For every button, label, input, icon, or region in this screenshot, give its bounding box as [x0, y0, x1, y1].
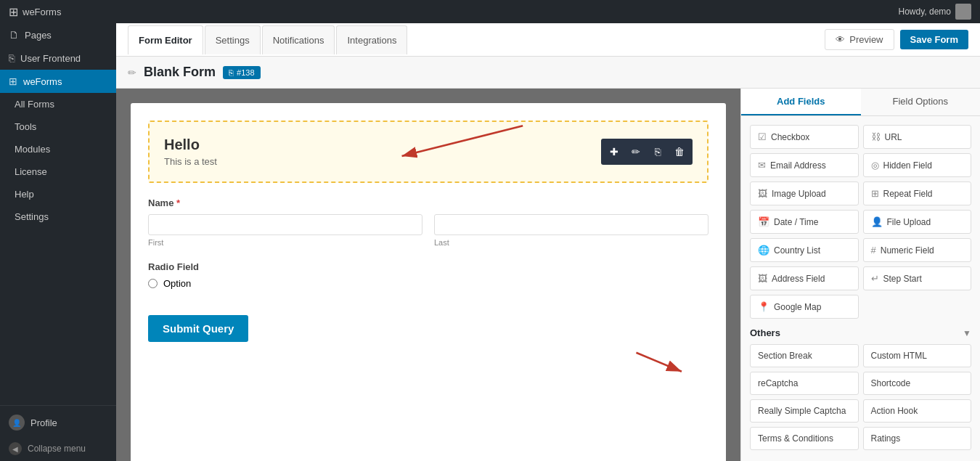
edit-pencil-icon: ✏	[128, 67, 136, 78]
field-btn-google-map[interactable]: 📍 Google Map	[750, 295, 859, 319]
field-btn-step-start[interactable]: ↵ Step Start	[863, 266, 972, 290]
sidebar-item-help[interactable]: Help	[9, 183, 107, 205]
field-btn-section-break[interactable]: Section Break	[750, 344, 859, 367]
others-section-header: Others ▼	[750, 327, 971, 338]
field-btn-checkbox[interactable]: ☑ Checkbox	[750, 125, 859, 149]
field-btn-address[interactable]: 🖼 Address Field	[750, 266, 859, 290]
right-panel: Add Fields Field Options ☑ Checkbox ⛓	[740, 89, 980, 461]
sidebar-item-weforms[interactable]: ⊞ weForms	[0, 70, 116, 93]
tab-settings[interactable]: Settings	[205, 25, 261, 54]
radio-option-label: Option	[163, 278, 191, 289]
first-name-wrap: First	[148, 214, 422, 247]
collapse-label: Collapse menu	[28, 444, 86, 454]
panel-fields-content: ☑ Checkbox ⛓ URL ✉ Email Address ◎	[741, 116, 980, 461]
save-form-button[interactable]: Save Form	[900, 30, 968, 49]
field-btn-action-hook[interactable]: Action Hook	[863, 399, 972, 423]
sidebar-item-settings[interactable]: Settings	[9, 205, 107, 228]
main-area: Form Editor Settings Notifications Integ…	[116, 23, 980, 461]
weforms-icon: ⊞	[9, 76, 17, 87]
map-icon: 📍	[758, 301, 769, 312]
section-delete-button[interactable]: 🗑	[669, 142, 690, 162]
last-name-wrap: Last	[434, 214, 709, 247]
topbar: Form Editor Settings Notifications Integ…	[116, 23, 980, 57]
preview-button[interactable]: 👁 Preview	[825, 29, 894, 50]
wp-icon: ⊞	[9, 5, 18, 19]
field-btn-recaptcha[interactable]: reCaptcha	[750, 372, 859, 395]
user-avatar	[955, 4, 971, 20]
field-btn-email[interactable]: ✉ Email Address	[750, 153, 859, 177]
field-btn-file-upload[interactable]: 👤 File Upload	[863, 210, 972, 234]
sidebar-item-modules[interactable]: Modules	[9, 138, 107, 160]
sidebar-item-pages[interactable]: 🗋 Pages	[0, 23, 116, 46]
country-icon: 🌐	[758, 245, 769, 256]
name-field-label: Name *	[148, 197, 709, 208]
field-btn-custom-html[interactable]: Custom HTML	[863, 344, 972, 367]
email-icon: ✉	[758, 160, 766, 171]
profile-label: Profile	[30, 417, 57, 428]
profile-icon: 👤	[9, 415, 25, 431]
checkbox-icon: ☑	[758, 131, 767, 142]
settings-label: Settings	[15, 211, 49, 222]
name-field-group: Name * First Last	[148, 197, 709, 247]
copy-icon: ⎘	[229, 68, 234, 77]
svg-line-3	[636, 353, 682, 372]
tab-form-editor[interactable]: Form Editor	[128, 25, 203, 54]
field-btn-country[interactable]: 🌐 Country List	[750, 238, 859, 262]
radio-field-group: Radio Field Option	[148, 261, 709, 289]
collapse-arrow-icon: ◀	[9, 442, 22, 455]
page-title: Blank Form	[144, 65, 216, 80]
field-btn-hidden[interactable]: ◎ Hidden Field	[863, 153, 972, 177]
sidebar-item-allforms[interactable]: All Forms	[9, 93, 107, 115]
section-controls: ✚ ✏ ⎘ 🗑	[601, 139, 693, 165]
datetime-icon: 📅	[758, 216, 769, 227]
field-btn-image-upload[interactable]: 🖼 Image Upload	[750, 181, 859, 205]
tools-label: Tools	[15, 121, 36, 132]
sidebar-item-license[interactable]: License	[9, 160, 107, 183]
field-btn-repeat-field[interactable]: ⊞ Repeat Field	[863, 181, 972, 205]
first-name-label: First	[148, 238, 422, 247]
others-fields-grid: Section Break Custom HTML reCaptcha Shor…	[750, 344, 971, 450]
hidden-icon: ◎	[871, 160, 879, 171]
radio-option-input[interactable]	[148, 279, 158, 288]
file-upload-icon: 👤	[871, 216, 883, 227]
step-icon: ↵	[871, 273, 879, 284]
admin-brand: ⊞ weForms	[9, 5, 61, 19]
userfrontend-icon: ⎘	[9, 52, 15, 64]
sidebar-collapse[interactable]: ◀ Collapse menu	[0, 436, 116, 461]
panel-tab-add-fields[interactable]: Add Fields	[741, 89, 861, 115]
tab-notifications[interactable]: Notifications	[262, 25, 335, 54]
field-btn-ratings[interactable]: Ratings	[863, 427, 972, 450]
radio-option-row: Option	[148, 278, 709, 289]
submit-button[interactable]: Submit Query	[148, 315, 248, 342]
sidebar-item-tools[interactable]: Tools	[9, 115, 107, 138]
section-move-button[interactable]: ✚	[604, 142, 624, 162]
modules-label: Modules	[15, 144, 50, 155]
field-btn-terms-conditions[interactable]: Terms & Conditions	[750, 427, 859, 450]
panel-tab-field-options[interactable]: Field Options	[861, 89, 981, 115]
sidebar-item-userfrontend[interactable]: ⎘ User Frontend	[0, 46, 116, 70]
user-greeting: Howdy, demo	[899, 7, 951, 17]
others-chevron-icon[interactable]: ▼	[963, 328, 971, 338]
admin-bar: ⊞ weForms Howdy, demo	[0, 0, 980, 23]
field-btn-datetime[interactable]: 📅 Date / Time	[750, 210, 859, 234]
field-btn-numeric[interactable]: # Numeric Field	[863, 238, 972, 262]
section-edit-button[interactable]: ✏	[626, 142, 646, 162]
sidebar-pages-label: Pages	[25, 30, 52, 41]
last-name-label: Last	[434, 238, 709, 247]
field-btn-shortcode[interactable]: Shortcode	[863, 372, 972, 395]
tab-integrations[interactable]: Integrations	[336, 25, 407, 54]
field-btn-url[interactable]: ⛓ URL	[863, 125, 972, 149]
url-icon: ⛓	[871, 131, 881, 142]
form-canvas: Hello This is a test ✚ ✏ ⎘ 🗑 Name	[116, 89, 740, 461]
admin-user: Howdy, demo	[899, 4, 971, 20]
image-icon: 🖼	[758, 188, 767, 199]
last-name-input[interactable]	[434, 214, 709, 235]
panel-tabs: Add Fields Field Options	[741, 89, 980, 116]
topbar-actions: 👁 Preview Save Form	[825, 29, 968, 50]
brand-name: weForms	[23, 7, 61, 17]
field-btn-simple-captcha[interactable]: Really Simple Captcha	[750, 399, 859, 423]
sidebar-profile[interactable]: 👤 Profile	[0, 409, 116, 436]
numeric-icon: #	[871, 245, 876, 256]
section-copy-button[interactable]: ⎘	[648, 142, 668, 162]
first-name-input[interactable]	[148, 214, 422, 235]
